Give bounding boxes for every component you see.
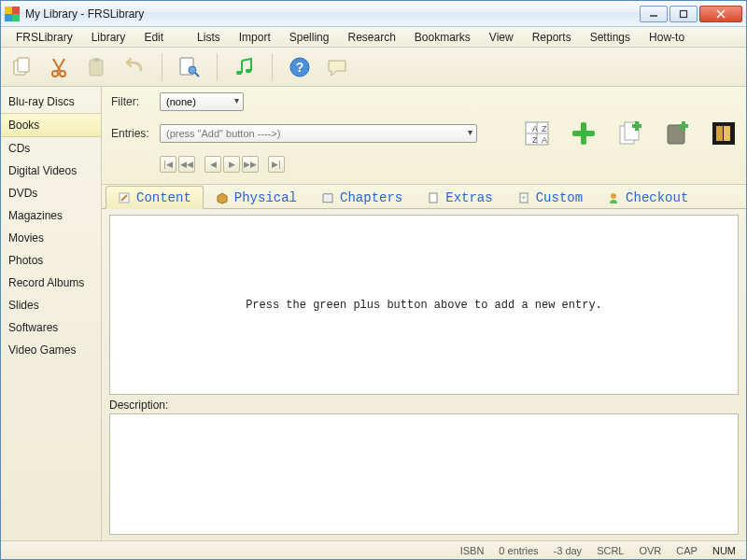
menu-view[interactable]: View xyxy=(480,29,523,46)
book-view-button[interactable] xyxy=(709,119,739,148)
nav-prev-button[interactable]: ◀ xyxy=(204,156,221,173)
entries-value: (press "Add" button ---->) xyxy=(166,128,280,139)
menu-bookmarks[interactable]: Bookmarks xyxy=(405,29,480,46)
minimize-button[interactable] xyxy=(640,6,668,22)
menu-research[interactable]: Research xyxy=(338,29,404,46)
content-area: Press the green plus button above to add… xyxy=(109,215,739,395)
svg-text:+: + xyxy=(521,194,526,203)
menu-reports[interactable]: Reports xyxy=(523,29,581,46)
svg-text:?: ? xyxy=(296,60,304,75)
entry-action-buttons: AZZA xyxy=(522,119,739,148)
svg-rect-1 xyxy=(681,10,687,17)
svg-rect-32 xyxy=(679,124,688,128)
status-num: NUM xyxy=(710,545,739,556)
tab-physical-label: Physical xyxy=(234,190,297,205)
menu-library[interactable]: Library xyxy=(82,29,135,46)
new-list-button[interactable] xyxy=(662,119,692,148)
sidebar-item-movies[interactable]: Movies xyxy=(1,227,101,249)
duplicate-button[interactable] xyxy=(615,119,645,148)
copy-button[interactable] xyxy=(7,51,38,83)
close-button[interactable] xyxy=(699,6,742,22)
menubar: FRSLibrary Library Edit Lists Import Spe… xyxy=(1,27,746,48)
filter-combo[interactable]: (none) xyxy=(160,92,244,111)
status-entries: 0 entries xyxy=(496,545,541,556)
menu-edit[interactable]: Edit xyxy=(134,29,173,46)
tab-extras[interactable]: Extras xyxy=(415,186,504,208)
filter-bar: Filter: (none) Entries: (press "Add" but… xyxy=(102,87,746,185)
svg-point-11 xyxy=(189,66,196,74)
sidebar-item-books[interactable]: Books xyxy=(1,113,101,137)
status-isbn: ISBN xyxy=(458,545,487,556)
help-button[interactable]: ? xyxy=(284,51,316,83)
svg-point-13 xyxy=(236,70,242,74)
svg-rect-37 xyxy=(430,193,437,203)
comment-button[interactable] xyxy=(321,51,353,83)
tab-checkout[interactable]: Checkout xyxy=(595,186,700,208)
sidebar-item-dvds[interactable]: DVDs xyxy=(1,182,101,204)
tab-custom[interactable]: + Custom xyxy=(505,186,595,208)
entries-combo[interactable]: (press "Add" button ---->) xyxy=(160,124,477,143)
person-icon xyxy=(607,191,620,204)
sidebar-item-photos[interactable]: Photos xyxy=(1,249,101,272)
cut-button[interactable] xyxy=(44,51,76,83)
detail-tabs: Content Physical Chapters Extras + Custo… xyxy=(102,185,746,209)
nav-buttons: |◀ ◀◀ ◀ ▶ ▶▶ ▶| xyxy=(160,156,739,173)
window-controls xyxy=(640,6,742,22)
nav-last-button[interactable]: ▶| xyxy=(268,156,285,173)
book-icon xyxy=(321,191,334,204)
svg-text:A: A xyxy=(542,135,547,145)
menu-frslibrary[interactable]: FRSLibrary xyxy=(7,29,82,46)
description-section: Description: xyxy=(109,399,739,535)
status-scrl: SCRL xyxy=(594,545,627,556)
menu-lists[interactable]: Lists xyxy=(188,29,230,46)
empty-message: Press the green plus button above to add… xyxy=(246,299,602,312)
maximize-button[interactable] xyxy=(669,6,698,22)
menu-howto[interactable]: How-to xyxy=(640,29,694,46)
nav-next-button[interactable]: ▶ xyxy=(223,156,240,173)
svg-text:Z: Z xyxy=(542,124,547,133)
nav-prev-page-button[interactable]: ◀◀ xyxy=(178,156,195,173)
page-icon xyxy=(427,191,440,204)
sidebar-item-videogames[interactable]: Video Games xyxy=(1,339,101,361)
sidebar-item-slides[interactable]: Slides xyxy=(1,294,101,316)
music-button[interactable] xyxy=(229,51,261,83)
menu-settings[interactable]: Settings xyxy=(581,29,640,46)
svg-rect-34 xyxy=(716,126,723,141)
tab-content-label: Content xyxy=(136,190,191,205)
toolbar-separator xyxy=(162,53,162,81)
edit-icon xyxy=(118,191,131,204)
page-plus-icon: + xyxy=(517,191,530,204)
nav-next-page-button[interactable]: ▶▶ xyxy=(242,156,259,173)
sidebar-item-softwares[interactable]: Softwares xyxy=(1,316,101,339)
undo-button[interactable] xyxy=(119,51,150,83)
category-sidebar: Blu-ray Discs Books CDs Digital Videos D… xyxy=(1,87,102,540)
status-cap: CAP xyxy=(673,545,700,556)
sidebar-item-digitalvideos[interactable]: Digital Videos xyxy=(1,160,101,182)
find-button[interactable] xyxy=(174,51,205,83)
tab-chapters-label: Chapters xyxy=(340,190,402,205)
menu-import[interactable]: Import xyxy=(230,29,280,46)
tab-physical[interactable]: Physical xyxy=(204,186,309,208)
tab-chapters[interactable]: Chapters xyxy=(309,186,415,208)
add-entry-button[interactable] xyxy=(569,119,599,148)
sort-button[interactable]: AZZA xyxy=(522,119,552,148)
nav-first-button[interactable]: |◀ xyxy=(160,156,176,173)
app-window: My Library - FRSLibrary FRSLibrary Libra… xyxy=(0,0,747,560)
sidebar-item-magazines[interactable]: Magazines xyxy=(1,204,101,227)
svg-line-12 xyxy=(195,73,199,77)
sidebar-item-recordalbums[interactable]: Record Albums xyxy=(1,272,101,294)
tab-custom-label: Custom xyxy=(536,190,583,205)
svg-rect-8 xyxy=(90,60,103,76)
toolbar-separator xyxy=(272,53,273,81)
titlebar: My Library - FRSLibrary xyxy=(1,1,746,27)
svg-rect-29 xyxy=(632,124,641,128)
sidebar-item-bluray[interactable]: Blu-ray Discs xyxy=(1,91,101,113)
svg-point-6 xyxy=(52,71,58,77)
paste-button[interactable] xyxy=(81,51,113,83)
sidebar-item-cds[interactable]: CDs xyxy=(1,137,101,160)
app-body: Blu-ray Discs Books CDs Digital Videos D… xyxy=(1,87,746,540)
description-textarea[interactable] xyxy=(109,413,739,535)
box-icon xyxy=(216,191,229,204)
menu-spelling[interactable]: Spelling xyxy=(280,29,339,46)
tab-content[interactable]: Content xyxy=(106,186,204,209)
